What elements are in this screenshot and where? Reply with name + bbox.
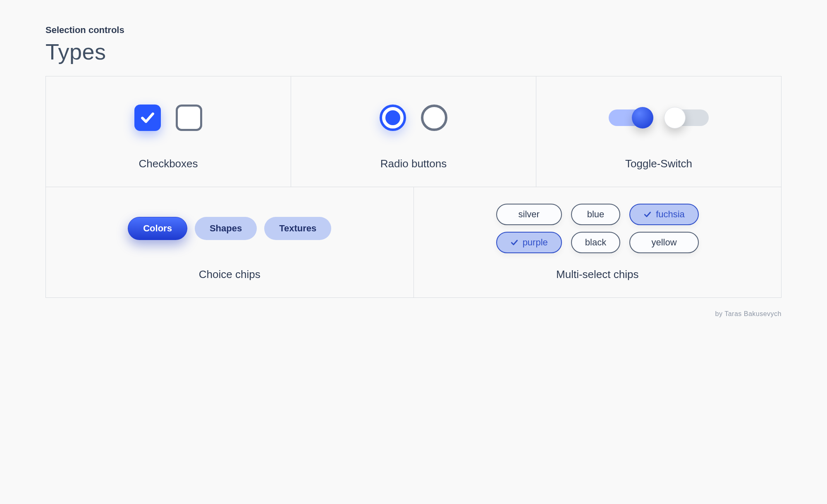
chip-label: fuchsia bbox=[656, 209, 685, 220]
radio-selected-inner-icon bbox=[385, 110, 400, 125]
panel-multi-chips: silver blue fuchsia bbox=[414, 187, 782, 297]
panel-label-checkboxes: Checkboxes bbox=[139, 157, 198, 170]
toggle-on-knob bbox=[632, 107, 653, 128]
checkbox-checked[interactable] bbox=[134, 105, 161, 131]
chip-label: black bbox=[585, 237, 606, 248]
multi-chip-blue[interactable]: blue bbox=[571, 204, 620, 225]
page-title: Types bbox=[45, 39, 782, 64]
multi-chip-black[interactable]: black bbox=[571, 232, 620, 253]
multi-chip-silver[interactable]: silver bbox=[496, 204, 562, 225]
multi-chip-fuchsia[interactable]: fuchsia bbox=[629, 204, 699, 225]
grid-row-1: Checkboxes Radio buttons bbox=[46, 76, 781, 187]
radio-selected[interactable] bbox=[380, 105, 406, 131]
panel-choice-chips: Colors Shapes Textures Choice chips bbox=[46, 187, 414, 297]
multi-chip-yellow[interactable]: yellow bbox=[629, 232, 699, 253]
panel-toggle: Toggle-Switch bbox=[536, 76, 781, 187]
check-icon bbox=[643, 210, 652, 219]
multi-chip-grid: silver blue fuchsia bbox=[496, 204, 699, 253]
panel-label-radio: Radio buttons bbox=[380, 157, 447, 170]
multi-chips-demo: silver blue fuchsia bbox=[496, 204, 699, 253]
check-icon bbox=[140, 110, 155, 126]
choice-chips-demo: Colors Shapes Textures bbox=[128, 204, 331, 253]
choice-chip-shapes[interactable]: Shapes bbox=[195, 217, 257, 240]
panel-label-toggle: Toggle-Switch bbox=[625, 157, 692, 170]
chip-label: silver bbox=[519, 209, 540, 220]
credit-line: by Taras Bakusevych bbox=[45, 310, 782, 318]
choice-chip-colors[interactable]: Colors bbox=[128, 217, 187, 240]
panel-label-multi: Multi-select chips bbox=[556, 268, 638, 281]
toggle-demo bbox=[609, 93, 709, 143]
toggle-on[interactable] bbox=[609, 108, 653, 128]
toggle-off-knob bbox=[664, 107, 686, 128]
radio-unselected[interactable] bbox=[421, 105, 447, 131]
chip-label: yellow bbox=[651, 237, 676, 248]
header-eyebrow: Selection controls bbox=[45, 25, 782, 36]
choice-chip-textures[interactable]: Textures bbox=[264, 217, 331, 240]
choice-chip-label: Shapes bbox=[210, 223, 242, 234]
types-grid: Checkboxes Radio buttons bbox=[45, 76, 782, 298]
choice-chip-label: Colors bbox=[143, 223, 172, 234]
panel-radio: Radio buttons bbox=[291, 76, 536, 187]
toggle-off[interactable] bbox=[664, 108, 709, 128]
chip-label: purple bbox=[523, 237, 548, 248]
chip-label: blue bbox=[587, 209, 605, 220]
panel-checkboxes: Checkboxes bbox=[46, 76, 291, 187]
multi-chip-purple[interactable]: purple bbox=[496, 232, 562, 253]
checkbox-unchecked[interactable] bbox=[176, 105, 202, 131]
check-icon bbox=[510, 238, 519, 247]
choice-chip-label: Textures bbox=[279, 223, 316, 234]
radio-demo bbox=[380, 93, 447, 143]
grid-row-2: Colors Shapes Textures Choice chips silv… bbox=[46, 187, 781, 297]
panel-label-choice: Choice chips bbox=[199, 268, 261, 281]
checkboxes-demo bbox=[134, 93, 202, 143]
